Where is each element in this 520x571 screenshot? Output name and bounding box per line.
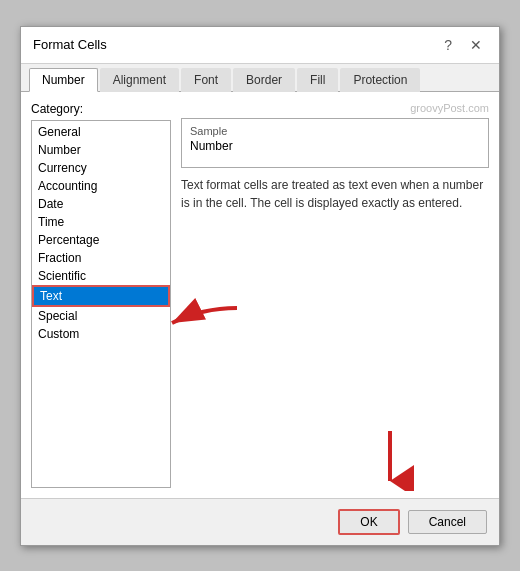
close-button[interactable]: ✕ xyxy=(465,35,487,55)
category-scientific[interactable]: Scientific xyxy=(32,267,170,285)
category-text[interactable]: Text xyxy=(32,285,170,307)
tab-protection[interactable]: Protection xyxy=(340,68,420,92)
tab-alignment[interactable]: Alignment xyxy=(100,68,179,92)
watermark: groovyPost.com xyxy=(181,102,489,114)
category-accounting[interactable]: Accounting xyxy=(32,177,170,195)
tab-bar: Number Alignment Font Border Fill Protec… xyxy=(21,64,499,92)
tab-number[interactable]: Number xyxy=(29,68,98,92)
category-list[interactable]: General Number Currency Accounting Date … xyxy=(31,120,171,488)
ok-button[interactable]: OK xyxy=(338,509,399,535)
category-custom[interactable]: Custom xyxy=(32,325,170,343)
category-general[interactable]: General xyxy=(32,123,170,141)
tab-fill[interactable]: Fill xyxy=(297,68,338,92)
dialog-title: Format Cells xyxy=(33,37,107,52)
tab-font[interactable]: Font xyxy=(181,68,231,92)
category-currency[interactable]: Currency xyxy=(32,159,170,177)
dialog-footer: OK Cancel xyxy=(21,498,499,545)
dialog-content: Category: General Number Currency Accoun… xyxy=(21,92,499,498)
sample-label: Sample xyxy=(190,125,480,137)
cancel-button[interactable]: Cancel xyxy=(408,510,487,534)
right-panel: groovyPost.com Sample Number Text format… xyxy=(181,102,489,488)
sample-box: Sample Number xyxy=(181,118,489,168)
left-panel: Category: General Number Currency Accoun… xyxy=(31,102,171,488)
category-label: Category: xyxy=(31,102,171,116)
category-number[interactable]: Number xyxy=(32,141,170,159)
category-percentage[interactable]: Percentage xyxy=(32,231,170,249)
category-time[interactable]: Time xyxy=(32,213,170,231)
category-special[interactable]: Special xyxy=(32,307,170,325)
sample-value: Number xyxy=(190,139,480,153)
format-cells-dialog: Format Cells ? ✕ Number Alignment Font B… xyxy=(20,26,500,546)
title-bar: Format Cells ? ✕ xyxy=(21,27,499,64)
format-description: Text format cells are treated as text ev… xyxy=(181,176,489,488)
category-date[interactable]: Date xyxy=(32,195,170,213)
category-fraction[interactable]: Fraction xyxy=(32,249,170,267)
tab-border[interactable]: Border xyxy=(233,68,295,92)
help-button[interactable]: ? xyxy=(439,35,457,55)
title-bar-controls: ? ✕ xyxy=(439,35,487,55)
